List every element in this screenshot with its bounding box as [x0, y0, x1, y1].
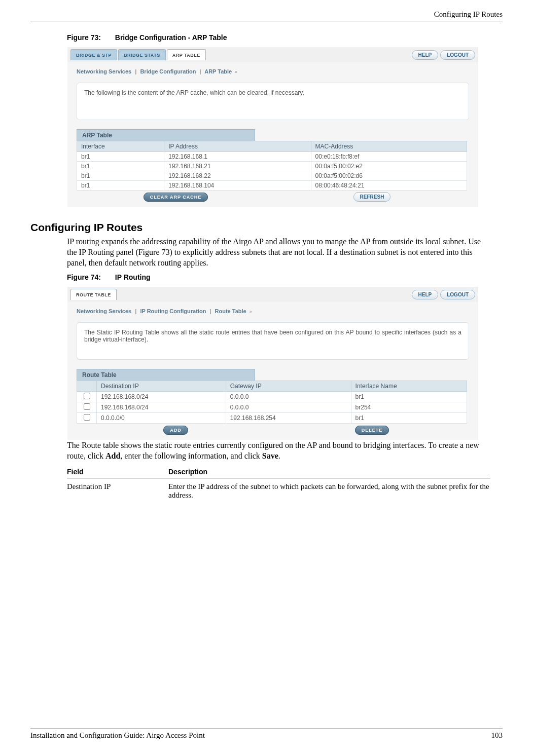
tab-route-table[interactable]: ROUTE TABLE — [70, 289, 117, 300]
arp-breadcrumb: Networking Services | Bridge Configurati… — [67, 62, 478, 79]
running-header: Configuring IP Routes — [30, 10, 503, 21]
table-row: 192.168.168.0/240.0.0.0br1 — [77, 392, 467, 402]
delete-button[interactable]: DELETE — [355, 426, 389, 435]
field-row: Destination IP Enter the IP address of t… — [67, 478, 490, 500]
logout-button[interactable]: LOGOUT — [440, 290, 475, 299]
arp-table: Interface IP Address MAC-Address br1192.… — [77, 141, 467, 191]
field-description-table: Field Description Destination IP Enter t… — [67, 468, 490, 500]
col-gateway-ip: Gateway IP — [226, 381, 351, 392]
crumb-item: Bridge Configuration — [140, 68, 196, 74]
chevron-right-icon: » — [250, 309, 252, 314]
table-row: br1192.168.168.10408:00:46:48:24:21 — [77, 181, 467, 191]
help-button[interactable]: HELP — [412, 290, 439, 299]
field-table-header-field: Field — [67, 468, 168, 476]
col-destination-ip: Destination IP — [97, 381, 226, 392]
figure74-number: Figure 74: — [67, 273, 101, 281]
section-paragraph: IP routing expands the addressing capabi… — [67, 237, 490, 268]
figure74-caption: Figure 74: IP Routing — [67, 273, 503, 281]
chevron-right-icon: » — [235, 69, 237, 74]
row-checkbox[interactable] — [84, 414, 90, 421]
table-row: br1192.168.168.2100:0a:f5:00:02:e2 — [77, 162, 467, 171]
page-footer: Installation and Configuration Guide: Ai… — [30, 729, 503, 740]
para-text: , enter the following information, and c… — [120, 451, 262, 460]
table-row: 0.0.0.0/0192.168.168.254br1 — [77, 413, 467, 424]
table-row: 192.168.168.0/240.0.0.0br254 — [77, 402, 467, 413]
col-interface: Interface — [77, 141, 164, 152]
row-checkbox[interactable] — [84, 403, 90, 410]
crumb-item: ARP Table — [204, 68, 232, 74]
footer-title: Installation and Configuration Guide: Ai… — [30, 731, 205, 740]
route-screenshot: ROUTE TABLE HELP LOGOUT Networking Servi… — [67, 286, 479, 440]
tab-bridge-stp[interactable]: BRIDGE & STP — [70, 49, 117, 60]
crumb-item: Networking Services — [77, 308, 131, 314]
arp-table-title: ARP Table — [77, 129, 255, 141]
para-bold: Add — [105, 451, 120, 460]
arp-description: The following is the content of the ARP … — [77, 83, 469, 120]
route-breadcrumb: Networking Services | IP Routing Configu… — [67, 302, 478, 318]
arp-screenshot: BRIDGE & STP BRIDGE STATS ARP TABLE HELP… — [67, 47, 479, 207]
field-table-header-desc: Description — [168, 468, 490, 476]
col-select — [77, 381, 97, 392]
para-text: . — [278, 451, 280, 460]
tab-bridge-stats[interactable]: BRIDGE STATS — [118, 49, 166, 60]
route-paragraph: The Route table shows the static route e… — [67, 440, 490, 462]
logout-button[interactable]: LOGOUT — [440, 50, 475, 60]
refresh-button[interactable]: REFRESH — [353, 192, 391, 202]
figure73-caption: Figure 73: Bridge Configuration - ARP Ta… — [67, 33, 503, 42]
table-row: br1192.168.168.100:e0:18:fb:f8:ef — [77, 152, 467, 162]
figure74-title: IP Routing — [115, 273, 151, 281]
help-button[interactable]: HELP — [412, 50, 439, 60]
crumb-item: Networking Services — [77, 68, 131, 74]
figure73-title: Bridge Configuration - ARP Table — [115, 33, 227, 42]
table-row: br1192.168.168.2200:0a:f5:00:02:d6 — [77, 171, 467, 181]
route-table-title: Route Table — [77, 369, 255, 381]
field-name: Destination IP — [67, 482, 168, 500]
route-table: Destination IP Gateway IP Interface Name… — [77, 381, 467, 424]
col-ip: IP Address — [164, 141, 311, 152]
crumb-item: Route Table — [215, 308, 246, 314]
figure73-number: Figure 73: — [67, 33, 101, 42]
clear-arp-cache-button[interactable]: CLEAR ARP CACHE — [144, 193, 208, 202]
route-tabbar: ROUTE TABLE HELP LOGOUT — [67, 287, 478, 302]
arp-tabbar: BRIDGE & STP BRIDGE STATS ARP TABLE HELP… — [67, 47, 478, 62]
crumb-item: IP Routing Configuration — [140, 308, 206, 314]
row-checkbox[interactable] — [84, 393, 90, 399]
para-bold: Save — [262, 451, 278, 460]
field-desc: Enter the IP address of the subnet to wh… — [168, 482, 490, 500]
route-description: The Static IP Routing Table shows all th… — [77, 322, 469, 360]
col-interface-name: Interface Name — [351, 381, 467, 392]
page-number: 103 — [491, 731, 503, 740]
col-mac: MAC-Address — [311, 141, 467, 152]
section-heading: Configuring IP Routes — [30, 221, 503, 234]
tab-arp-table[interactable]: ARP TABLE — [167, 49, 206, 60]
add-button[interactable]: ADD — [163, 426, 188, 435]
